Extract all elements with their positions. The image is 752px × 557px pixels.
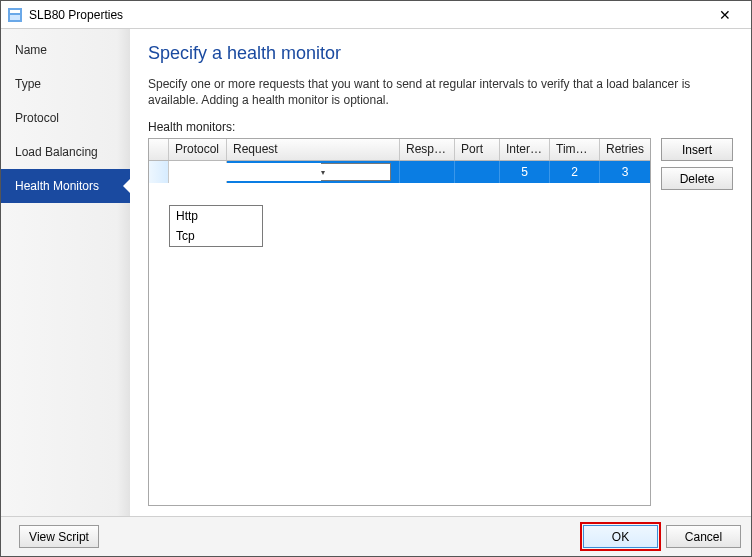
ok-button[interactable]: OK (583, 525, 658, 548)
sidebar-item-label: Type (15, 77, 41, 91)
col-header-request[interactable]: Request (227, 139, 400, 160)
sidebar-item-protocol[interactable]: Protocol (1, 101, 130, 135)
col-header-response[interactable]: Respo... (400, 139, 455, 160)
table-row[interactable]: ▾ 5 2 3 (149, 161, 650, 183)
health-monitors-label: Health monitors: (148, 120, 733, 134)
page-title: Specify a health monitor (148, 43, 733, 64)
sidebar-item-label: Name (15, 43, 47, 57)
insert-button[interactable]: Insert (661, 138, 733, 161)
view-script-button[interactable]: View Script (19, 525, 99, 548)
titlebar: SLB80 Properties ✕ (1, 1, 751, 29)
col-header-protocol[interactable]: Protocol (169, 139, 227, 160)
delete-button[interactable]: Delete (661, 167, 733, 190)
cell-port[interactable] (455, 161, 500, 183)
protocol-option-http[interactable]: Http (170, 206, 262, 226)
sidebar-item-label: Health Monitors (15, 179, 99, 193)
sidebar-item-name[interactable]: Name (1, 33, 130, 67)
health-monitors-grid: Protocol Request Respo... Port Interval … (148, 138, 651, 506)
sidebar: Name Type Protocol Load Balancing Health… (1, 29, 130, 516)
window-title: SLB80 Properties (29, 8, 705, 22)
cell-retries[interactable]: 3 (600, 161, 650, 183)
cell-response[interactable] (400, 161, 455, 183)
properties-dialog: SLB80 Properties ✕ Name Type Protocol Lo… (0, 0, 752, 557)
cell-interval[interactable]: 5 (500, 161, 550, 183)
svg-rect-1 (10, 10, 20, 13)
dialog-footer: View Script OK Cancel (1, 516, 751, 556)
dialog-body: Name Type Protocol Load Balancing Health… (1, 29, 751, 516)
col-header-interval[interactable]: Interval (500, 139, 550, 160)
grid-row-header-spacer (149, 139, 169, 160)
grid-and-buttons: Protocol Request Respo... Port Interval … (148, 138, 733, 506)
sidebar-item-label: Load Balancing (15, 145, 98, 159)
cancel-button[interactable]: Cancel (666, 525, 741, 548)
row-selector[interactable] (149, 161, 169, 183)
protocol-dropdown[interactable]: Http Tcp (169, 205, 263, 247)
sidebar-item-type[interactable]: Type (1, 67, 130, 101)
protocol-combobox[interactable] (171, 163, 321, 181)
svg-rect-2 (10, 15, 20, 20)
cell-protocol[interactable]: ▾ (169, 161, 227, 183)
page-description: Specify one or more requests that you wa… (148, 76, 733, 108)
protocol-option-tcp[interactable]: Tcp (170, 226, 262, 246)
main-panel: Specify a health monitor Specify one or … (130, 29, 751, 516)
sidebar-item-label: Protocol (15, 111, 59, 125)
chevron-down-icon[interactable]: ▾ (321, 168, 325, 177)
grid-header: Protocol Request Respo... Port Interval … (149, 139, 650, 161)
sidebar-item-load-balancing[interactable]: Load Balancing (1, 135, 130, 169)
col-header-port[interactable]: Port (455, 139, 500, 160)
sidebar-item-health-monitors[interactable]: Health Monitors (1, 169, 130, 203)
grid-side-buttons: Insert Delete (661, 138, 733, 506)
close-icon[interactable]: ✕ (705, 7, 745, 23)
col-header-retries[interactable]: Retries (600, 139, 650, 160)
cell-timeout[interactable]: 2 (550, 161, 600, 183)
col-header-timeout[interactable]: Time-... (550, 139, 600, 160)
app-icon (7, 7, 23, 23)
grid-body: ▾ 5 2 3 Http (149, 161, 650, 505)
